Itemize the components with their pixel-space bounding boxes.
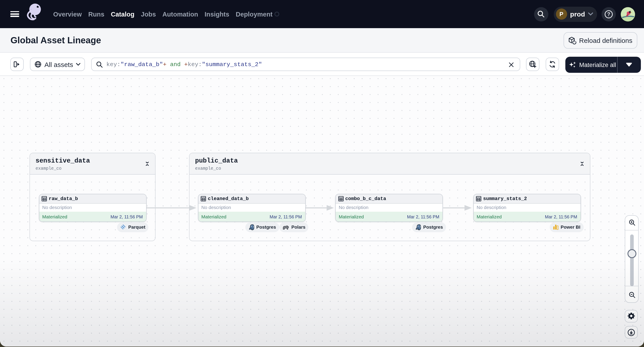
svg-text:?: ? — [607, 11, 610, 17]
